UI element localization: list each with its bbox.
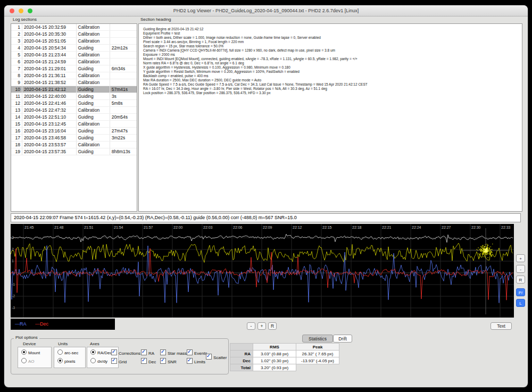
log-cell-n[interactable]: 16	[11, 128, 22, 135]
log-cell-dur[interactable]	[110, 72, 137, 79]
log-cell-n[interactable]: 14	[11, 114, 22, 121]
title-bar[interactable]: PHD2 Log Viewer - PHD2_GuideLog_2020-04-…	[4, 5, 528, 16]
log-cell-dur[interactable]: 5m8s	[110, 100, 137, 107]
checkbox-corrections[interactable]: Corrections	[111, 349, 140, 356]
log-cell-type[interactable]: Guiding	[76, 100, 110, 107]
log-cell-dt[interactable]: 2020-04-15 23:57:35	[22, 148, 76, 155]
log-sections-panel[interactable]: 12020-04-15 20:32:59Calibration22020-04-…	[11, 23, 137, 212]
checkbox-icon[interactable]	[141, 349, 147, 355]
log-cell-type[interactable]: Calibration	[76, 79, 110, 86]
log-cell-n[interactable]: 13	[11, 107, 22, 114]
graph-zoom-button--[interactable]: -	[247, 322, 255, 330]
checkbox-icon[interactable]	[206, 354, 212, 360]
log-cell-dur[interactable]	[110, 24, 137, 31]
radio-icon[interactable]	[90, 349, 96, 355]
log-cell-n[interactable]: 8	[11, 72, 22, 79]
checkbox-limits[interactable]: Limits	[187, 358, 205, 364]
log-section-row[interactable]: 52020-04-15 21:23:44Calibration	[11, 52, 137, 59]
log-sections-table[interactable]: 12020-04-15 20:32:59Calibration22020-04-…	[11, 24, 137, 155]
log-cell-n[interactable]: 17	[11, 135, 22, 141]
checkbox-events[interactable]: Events	[187, 349, 207, 356]
tab-statistics[interactable]: Statistics	[302, 335, 333, 343]
radio-icon[interactable]	[90, 358, 96, 363]
radio-icon[interactable]	[21, 349, 27, 355]
log-cell-dt[interactable]: 2020-04-15 22:51:10	[22, 114, 76, 121]
log-cell-dur[interactable]	[110, 59, 137, 65]
log-cell-dur[interactable]	[110, 121, 137, 128]
log-section-row[interactable]: 72020-04-15 21:29:01Guiding6m34s	[11, 65, 137, 72]
log-cell-dur[interactable]: 3m22s	[110, 135, 137, 141]
log-cell-type[interactable]: Guiding	[76, 128, 110, 135]
graph-zoom-button-r[interactable]: R	[268, 322, 277, 330]
log-section-row[interactable]: 182020-04-15 23:53:57Calibration	[11, 141, 137, 148]
log-cell-type[interactable]: Guiding	[76, 45, 110, 52]
log-cell-dur[interactable]	[110, 141, 137, 148]
graph-side-button-r[interactable]: R	[516, 276, 525, 283]
log-cell-dt[interactable]: 2020-04-15 22:41:46	[22, 100, 76, 107]
checkbox-icon[interactable]	[160, 349, 166, 355]
axes-radio-dxdy[interactable]: dx/dy	[90, 358, 107, 364]
log-cell-dur[interactable]	[110, 31, 137, 38]
log-cell-dur[interactable]: 22m12s	[110, 45, 137, 52]
close-button[interactable]	[10, 9, 14, 13]
log-cell-n[interactable]: 6	[11, 59, 22, 65]
checkbox-icon[interactable]	[160, 358, 166, 364]
log-cell-type[interactable]: Calibration	[76, 52, 110, 59]
radio-icon[interactable]	[57, 358, 63, 363]
guide-graph-canvas[interactable]: 21:4521:4821:5121:5421:5722:0022:0322:06…	[11, 224, 514, 318]
log-cell-dur[interactable]: 57m41s	[110, 86, 137, 93]
log-cell-type[interactable]: Calibration	[76, 59, 110, 65]
log-section-row[interactable]: 42020-04-15 20:54:34Guiding22m12s	[11, 45, 137, 52]
log-cell-dur[interactable]: 8h8m13s	[110, 148, 137, 155]
checkbox-dec[interactable]: Dec	[141, 358, 156, 364]
checkbox-snr[interactable]: SNR	[160, 358, 177, 364]
log-cell-dt[interactable]: 2020-04-15 21:42:12	[22, 86, 76, 93]
checkbox-star-mass[interactable]: Star mass	[160, 349, 187, 356]
log-cell-dur[interactable]: 27m47s	[110, 128, 137, 135]
log-cell-n[interactable]: 10	[11, 86, 22, 93]
log-cell-type[interactable]: Calibration	[76, 38, 110, 45]
log-cell-dt[interactable]: 2020-04-15 23:53:57	[22, 141, 76, 148]
maximize-button[interactable]	[28, 9, 32, 13]
checkbox-scatter[interactable]: Scatter	[206, 354, 227, 360]
graph-side-button--[interactable]: -	[516, 265, 525, 273]
log-cell-n[interactable]: 1	[11, 24, 22, 31]
log-cell-n[interactable]: 18	[11, 141, 22, 148]
minimize-button[interactable]	[19, 9, 23, 13]
log-cell-dt[interactable]: 2020-04-15 21:38:52	[22, 79, 76, 86]
log-cell-dur[interactable]	[110, 107, 137, 114]
log-cell-dt[interactable]: 2020-04-15 21:23:44	[22, 52, 76, 59]
log-cell-type[interactable]: Guiding	[76, 148, 110, 155]
log-section-row[interactable]: 192020-04-15 23:57:35Guiding8h8m13s	[11, 148, 137, 155]
log-cell-n[interactable]: 11	[11, 93, 22, 100]
log-section-row[interactable]: 82020-04-15 21:36:11Calibration	[11, 72, 137, 79]
log-cell-dt[interactable]: 2020-04-15 23:16:04	[22, 128, 76, 135]
graph-side-button-l[interactable]: L	[516, 299, 525, 307]
log-cell-n[interactable]: 3	[11, 38, 22, 45]
log-cell-dt[interactable]: 2020-04-15 22:47:32	[22, 107, 76, 114]
log-cell-dur[interactable]: 6m34s	[110, 65, 137, 72]
log-cell-type[interactable]: Calibration	[76, 121, 110, 128]
guide-graph[interactable]: 21:4521:4821:5121:5421:5722:0022:0322:06…	[11, 224, 514, 318]
log-section-row[interactable]: 152020-04-15 23:12:45Calibration	[11, 121, 137, 128]
log-cell-type[interactable]: Guiding	[76, 93, 110, 100]
log-section-row[interactable]: 62020-04-15 21:24:59Calibration	[11, 59, 137, 65]
log-section-row[interactable]: 122020-04-15 22:41:46Guiding5m8s	[11, 100, 137, 107]
log-cell-dt[interactable]: 2020-04-15 21:36:11	[22, 72, 76, 79]
log-cell-type[interactable]: Guiding	[76, 86, 110, 93]
checkbox-icon[interactable]	[111, 358, 117, 364]
log-section-row[interactable]: 12020-04-15 20:32:59Calibration	[11, 24, 137, 31]
log-cell-type[interactable]: Calibration	[76, 107, 110, 114]
log-cell-dur[interactable]	[110, 52, 137, 59]
log-cell-type[interactable]: Calibration	[76, 31, 110, 38]
log-cell-type[interactable]: Guiding	[76, 135, 110, 141]
log-cell-dur[interactable]: 3s	[110, 93, 137, 100]
log-section-row[interactable]: 22020-04-15 20:35:30Calibration	[11, 31, 137, 38]
device-radio-ao[interactable]: AO	[21, 358, 35, 364]
checkbox-icon[interactable]	[141, 358, 147, 364]
text-button[interactable]: Text	[491, 322, 512, 330]
log-section-row[interactable]: 172020-04-15 23:46:58Guiding3m22s	[11, 135, 137, 141]
log-section-row[interactable]: 112020-04-15 22:40:00Guiding3s	[11, 93, 137, 100]
log-cell-dt[interactable]: 2020-04-15 21:29:01	[22, 65, 76, 72]
log-cell-dt[interactable]: 2020-04-15 20:32:59	[22, 24, 76, 31]
